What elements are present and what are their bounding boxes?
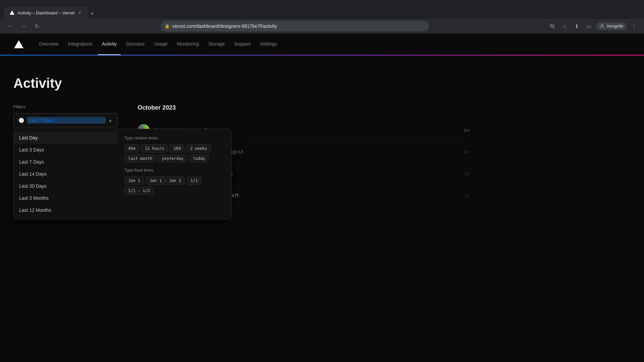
incognito-label: Incognito [607, 24, 623, 28]
filters-section: Filters 🕐 Last 7 Days ▲ Last Day Last 3 … [13, 104, 470, 206]
fixed-times-title: Type fixed times [124, 168, 224, 173]
dropdown-option-last-3-months[interactable]: Last 3 Months [14, 192, 117, 204]
browser-tab-active[interactable]: Activity – Dashboard – Vercel ✕ [4, 7, 88, 19]
feed-time-1: 1m [464, 128, 470, 133]
browser-toolbar: ← → ↻ 🔒 vercel.com/dashboard/designers-6… [0, 19, 644, 34]
back-button[interactable]: ← [5, 21, 15, 31]
chip-10d[interactable]: 10d [170, 144, 184, 153]
time-filter-dropdown: 🕐 Last 7 Days ▲ Last Day Last 3 Days Las… [13, 113, 124, 127]
chip-2weeks[interactable]: 2 weeks [186, 144, 211, 153]
page-content: Activity Filters 🕐 Last 7 Days ▲ Last Da… [0, 56, 483, 220]
sidebar-button[interactable]: ▭ [584, 21, 593, 31]
chip-12hours[interactable]: 12 hours [141, 144, 168, 153]
dropdown-option-last-3-days[interactable]: Last 3 Days [14, 144, 117, 156]
incognito-badge[interactable]: Incognito [596, 22, 627, 30]
nav-items: Overview Integrations Activity Domains U… [35, 34, 281, 55]
chip-45m[interactable]: 45m [124, 144, 139, 153]
forward-button[interactable]: → [19, 21, 28, 31]
new-tab-button[interactable]: + [88, 9, 97, 19]
feed-time-3: 1h [465, 171, 470, 176]
chip-1-1[interactable]: 1/1 [187, 177, 202, 185]
dropdown-options-list: Last Day Last 3 Days Last 7 Days Last 14… [14, 129, 118, 219]
dropdown-menu: Last Day Last 3 Days Last 7 Days Last 14… [13, 129, 231, 219]
svg-marker-0 [10, 10, 14, 15]
nav-item-settings[interactable]: Settings [256, 34, 281, 55]
chip-1-1-1-2[interactable]: 1/1 - 1/2 [124, 187, 154, 195]
relative-times-title: Type relative times [124, 136, 224, 140]
fixed-time-chips: Jan 1 Jan 1 - Jan 2 1/1 1/1 - 1/2 [124, 177, 224, 195]
svg-point-2 [601, 24, 603, 26]
chip-last-month[interactable]: last month [124, 155, 156, 163]
page-title: Activity [13, 76, 470, 91]
chevron-up-icon: ▲ [108, 118, 112, 123]
relative-time-chips: 45m 12 hours 10d 2 weeks last month yest… [124, 144, 224, 163]
more-options-button[interactable]: ⋮ [629, 21, 639, 31]
nav-item-usage[interactable]: Usage [150, 34, 171, 55]
dropdown-trigger[interactable]: 🕐 Last 7 Days ▲ [13, 113, 117, 127]
nav-item-domains[interactable]: Domains [122, 34, 149, 55]
dropdown-option-last-7-days[interactable]: Last 7 Days [14, 156, 117, 168]
spy-icon-button[interactable] [548, 21, 557, 31]
filters-label: Filters [13, 104, 124, 109]
dropdown-option-last-30-days[interactable]: Last 30 Days [14, 180, 117, 192]
chip-today[interactable]: today [189, 155, 209, 163]
lock-icon: 🔒 [165, 24, 170, 28]
tab-favicon [9, 10, 15, 15]
chip-yesterday[interactable]: yesterday [158, 155, 187, 163]
download-button[interactable]: ⬇ [572, 21, 581, 31]
nav-item-overview[interactable]: Overview [35, 34, 62, 55]
app: Overview Integrations Activity Domains U… [0, 34, 644, 362]
nav-item-activity[interactable]: Activity [98, 34, 121, 55]
app-logo [13, 39, 24, 50]
dropdown-option-last-12-months[interactable]: Last 12 Months [14, 204, 117, 216]
app-nav: Overview Integrations Activity Domains U… [0, 34, 644, 55]
dropdown-selected-value: Last 7 Days [27, 117, 106, 124]
nav-item-support[interactable]: Support [230, 34, 255, 55]
tab-title: Activity – Dashboard – Vercel [17, 10, 74, 15]
address-text: vercel.com/dashboard/designers-6817be7f/… [172, 23, 277, 29]
star-button[interactable]: ☆ [560, 21, 569, 31]
nav-item-monitoring[interactable]: Monitoring [173, 34, 203, 55]
dropdown-option-last-day[interactable]: Last Day [14, 132, 117, 144]
feed-time-4: 1h [465, 193, 470, 198]
chip-jan1-jan2[interactable]: Jan 1 - Jan 2 [146, 177, 185, 185]
toolbar-actions: ☆ ⬇ ▭ Incognito ⋮ [548, 21, 639, 31]
feed-month: October 2023 [138, 104, 470, 111]
dropdown-extra-panel: Type relative times 45m 12 hours 10d 2 w… [118, 129, 231, 219]
clock-icon: 🕐 [18, 118, 24, 123]
feed-time-2: 1m [464, 149, 470, 155]
nav-item-storage[interactable]: Storage [204, 34, 229, 55]
filters-panel: Filters 🕐 Last 7 Days ▲ Last Day Last 3 … [13, 104, 124, 127]
address-bar[interactable]: 🔒 vercel.com/dashboard/designers-6817be7… [161, 21, 429, 32]
vercel-logo [14, 40, 23, 48]
tab-close-button[interactable]: ✕ [77, 10, 83, 15]
refresh-button[interactable]: ↻ [32, 21, 42, 31]
chip-jan1[interactable]: Jan 1 [124, 177, 144, 185]
nav-item-integrations[interactable]: Integrations [64, 34, 96, 55]
browser-tabs: Activity – Dashboard – Vercel ✕ + [4, 0, 97, 19]
dropdown-option-last-14-days[interactable]: Last 14 Days [14, 168, 117, 180]
browser-chrome: Activity – Dashboard – Vercel ✕ + [0, 0, 644, 19]
